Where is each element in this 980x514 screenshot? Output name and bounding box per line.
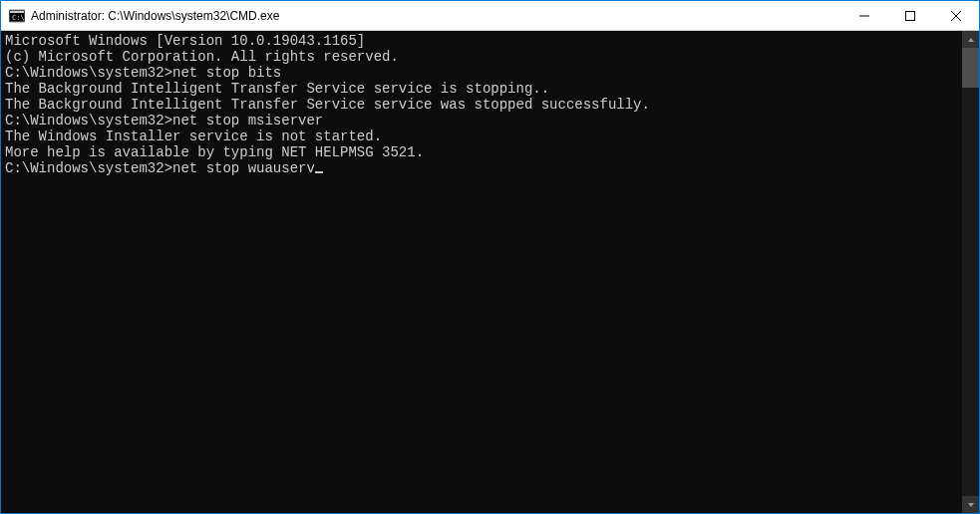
output-line: More help is available by typing NET HEL… [5, 144, 958, 160]
output-line: The Background Intelligent Transfer Serv… [5, 97, 958, 113]
prompt-line: C:\Windows\system32>net stop bits [5, 65, 958, 81]
prompt-line: C:\Windows\system32>net stop wuauserv [5, 160, 958, 176]
close-button[interactable] [933, 1, 979, 30]
output-line: (c) Microsoft Corporation. All rights re… [5, 49, 958, 65]
text-cursor [315, 171, 323, 173]
prompt: C:\Windows\system32> [5, 160, 172, 176]
cmd-icon: C:\ [9, 8, 25, 24]
scroll-down-button[interactable] [962, 496, 979, 513]
command-text: net stop msiserver [172, 113, 323, 128]
window-title: Administrator: C:\Windows\system32\CMD.e… [31, 9, 279, 23]
command-input[interactable]: net stop wuauserv [172, 160, 315, 176]
svg-marker-8 [968, 503, 974, 507]
prompt: C:\Windows\system32> [5, 113, 172, 128]
console-area: Microsoft Windows [Version 10.0.19043.11… [1, 31, 979, 513]
scrollbar-thumb[interactable] [962, 48, 979, 88]
maximize-button[interactable] [887, 1, 933, 30]
output-line: The Background Intelligent Transfer Serv… [5, 81, 958, 97]
window-controls [841, 1, 979, 30]
svg-marker-7 [968, 38, 974, 42]
prompt-line: C:\Windows\system32>net stop msiserver [5, 113, 958, 128]
scroll-up-button[interactable] [962, 31, 979, 48]
scrollbar-track[interactable] [962, 48, 979, 496]
svg-rect-1 [10, 11, 24, 13]
cmd-window: C:\ Administrator: C:\Windows\system32\C… [1, 1, 979, 513]
minimize-button[interactable] [841, 1, 887, 30]
output-line: The Windows Installer service is not sta… [5, 128, 958, 144]
console-output[interactable]: Microsoft Windows [Version 10.0.19043.11… [1, 31, 962, 513]
svg-rect-4 [906, 11, 915, 20]
vertical-scrollbar[interactable] [962, 31, 979, 513]
svg-text:C:\: C:\ [12, 14, 25, 22]
output-line: Microsoft Windows [Version 10.0.19043.11… [5, 33, 958, 49]
command-text: net stop bits [172, 65, 281, 81]
prompt: C:\Windows\system32> [5, 65, 172, 81]
titlebar[interactable]: C:\ Administrator: C:\Windows\system32\C… [1, 1, 979, 31]
